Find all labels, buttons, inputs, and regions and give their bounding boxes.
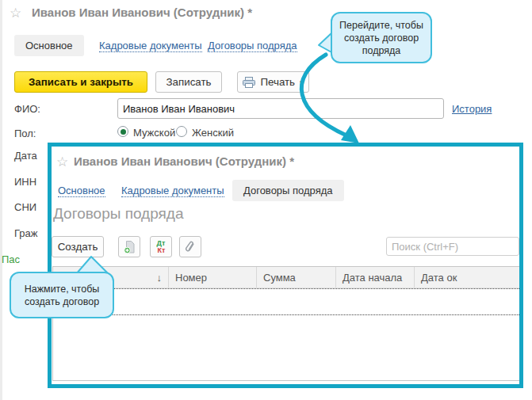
dtkt-postings-button[interactable]: Дт Кт xyxy=(150,236,172,257)
radio-male[interactable] xyxy=(117,126,128,137)
section-heading: Договоры подряда xyxy=(53,205,184,223)
empty-current-row[interactable] xyxy=(53,289,519,314)
callout-create-text: Нажмите, чтобы создать договор xyxy=(17,283,106,308)
radio-female-label[interactable]: Женский xyxy=(192,127,234,139)
print-label: Печать xyxy=(260,76,295,88)
contracts-table: ↓ Номер Сумма Дата начала Дата ок xyxy=(52,266,519,381)
column-header-sum[interactable]: Сумма xyxy=(257,267,336,288)
sort-descending-icon: ↓ xyxy=(157,272,163,284)
fio-input[interactable] xyxy=(117,98,444,119)
column-header-number[interactable]: Номер xyxy=(169,267,257,288)
tab-osnovnoe[interactable]: Основное xyxy=(14,35,84,56)
passport-section-clipped[interactable]: Пас xyxy=(2,253,20,265)
copy-document-button[interactable] xyxy=(118,236,140,257)
curved-arrow-line xyxy=(301,55,346,135)
fio-label: ФИО: xyxy=(14,103,40,115)
arrowhead-icon xyxy=(341,125,359,143)
birthdate-label-clipped: Дата xyxy=(14,150,37,162)
paperclip-icon xyxy=(183,240,197,254)
print-button[interactable]: Печать ▾ xyxy=(237,71,309,93)
tab-dogovory-podryada[interactable]: Договоры подряда xyxy=(232,180,344,201)
create-button[interactable]: Создать xyxy=(52,236,104,257)
favorite-star-icon[interactable]: ☆ xyxy=(56,155,68,169)
save-and-close-button[interactable]: Записать и закрыть xyxy=(14,71,147,93)
radio-male-label[interactable]: Мужской xyxy=(133,127,175,139)
overlay-window: ☆ Иванов Иван Иванович (Сотрудник) * Осн… xyxy=(48,143,523,388)
callout-goto-text: Перейдите, чтобы создать договор подряда xyxy=(339,19,424,57)
save-button[interactable]: Записать xyxy=(155,71,222,93)
tab-kadrovye-dokumenty[interactable]: Кадровые документы xyxy=(99,40,202,52)
column-header-start-date[interactable]: Дата начала xyxy=(336,267,415,288)
overlay-title: Иванов Иван Иванович (Сотрудник) * xyxy=(74,154,294,168)
history-link[interactable]: История xyxy=(452,103,492,115)
current-row-marker-bottom xyxy=(53,314,519,315)
search-input[interactable] xyxy=(386,237,519,256)
column-header-end-date[interactable]: Дата ок xyxy=(415,267,519,288)
tab-dogovory-podryada[interactable]: Договоры подряда xyxy=(208,40,297,52)
callout-click-create: Нажмите, чтобы создать договор xyxy=(10,272,114,318)
attachments-button[interactable] xyxy=(179,236,201,257)
window-edge xyxy=(0,0,2,400)
snils-label-clipped: СНИ xyxy=(14,201,36,213)
dtkt-icon: Дт Кт xyxy=(157,240,166,254)
tab-osnovnoe[interactable]: Основное xyxy=(58,185,105,197)
favorite-star-icon[interactable]: ☆ xyxy=(10,6,21,20)
inn-label-clipped: ИНН xyxy=(14,176,36,188)
copy-document-icon xyxy=(123,240,136,254)
page-title: Иванов Иван Иванович (Сотрудник) * xyxy=(32,6,252,19)
table-header-row: ↓ Номер Сумма Дата начала Дата ок xyxy=(53,267,519,288)
tab-kadrovye-dokumenty[interactable]: Кадровые документы xyxy=(121,185,224,197)
printer-icon xyxy=(243,77,255,88)
chevron-down-icon: ▾ xyxy=(300,78,304,86)
citizenship-label-clipped: Граж xyxy=(14,227,37,239)
gender-label: Пол: xyxy=(14,128,36,139)
radio-female[interactable] xyxy=(176,126,187,137)
callout-goto-contracts: Перейдите, чтобы создать договор подряда xyxy=(331,12,432,63)
